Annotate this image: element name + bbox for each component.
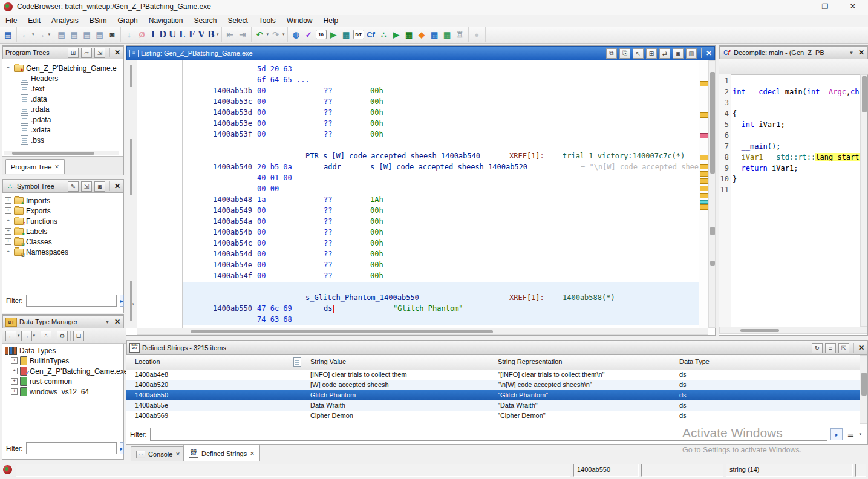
expander-icon[interactable]: + — [5, 249, 11, 255]
decompile-vscrollbar[interactable] — [860, 74, 867, 327]
decompile-line[interactable] — [733, 186, 860, 197]
navigation-marker[interactable] — [700, 193, 709, 198]
symbol-tree-item-exports[interactable]: +Exports — [5, 206, 68, 216]
expander-icon[interactable]: + — [5, 228, 11, 235]
listing-copy-icon[interactable]: ⧉ — [606, 48, 617, 59]
patch-icon-4[interactable]: ▤ — [94, 29, 105, 41]
dtm-collapse-icon[interactable]: ⊟ — [73, 331, 84, 341]
navigation-marker[interactable] — [700, 204, 709, 210]
letter-i-icon[interactable]: I — [149, 29, 157, 41]
listing-line[interactable] — [183, 140, 700, 151]
listing-line[interactable]: 1400ab54020 b5 0aaddrs_[W]_code_accepted… — [183, 162, 700, 173]
binary-format-icon[interactable]: 10 — [316, 30, 327, 39]
menu-analysis[interactable]: Analysis — [46, 15, 84, 25]
navigation-marker[interactable] — [700, 164, 709, 169]
table-go-icon[interactable]: ▦ — [442, 29, 453, 41]
table-row[interactable]: 1400ab569Cipher Demon"Cipher Demon"ds — [126, 411, 860, 421]
program-tree-hscrollbar[interactable] — [4, 151, 119, 155]
listing-display-options-icon[interactable]: ▥ — [686, 48, 697, 59]
listing-content[interactable]: 5d 20 636f 64 65 ...1400ab53b00??00h1400… — [182, 60, 700, 328]
listing-line[interactable]: PTR_s_[W]_code_accepted_sheesh_1400ab540… — [183, 151, 700, 162]
menu-graph[interactable]: Graph — [112, 15, 143, 25]
listing-diff-icon[interactable]: ⇄ — [659, 48, 670, 59]
letter-d-icon[interactable]: D — [158, 29, 167, 41]
print-tree-icon[interactable]: ♖ — [454, 29, 466, 41]
symbol-tree-item-labels[interactable]: +●Labels — [5, 226, 68, 236]
symbol-tree-filter-input[interactable] — [26, 295, 117, 307]
undo-icon[interactable]: ↶ — [254, 29, 266, 41]
memory-chip-icon[interactable]: ▦ — [403, 29, 415, 41]
symbol-tree-item-classes[interactable]: +CClasses — [5, 236, 68, 247]
listing-line[interactable]: 1400ab54d00??00h — [183, 249, 700, 260]
letter-f-icon[interactable]: F — [188, 29, 196, 41]
symbol-tree-camera-icon[interactable]: ◙ — [94, 181, 105, 192]
expander-icon[interactable]: − — [5, 65, 11, 71]
expander-icon[interactable]: + — [11, 378, 18, 385]
listing-cursor-location-icon[interactable]: ↖ — [633, 48, 644, 59]
data-type-manager-header[interactable]: DT Data Type Manager ▼ ✕ — [2, 315, 123, 328]
dtm-forward-icon[interactable]: → — [21, 331, 32, 341]
tree-item-Headers[interactable]: Headers — [5, 73, 117, 83]
navigation-marker[interactable] — [700, 155, 709, 160]
forward-dropdown[interactable]: ▾ — [48, 32, 51, 37]
letter-b-icon[interactable]: B — [207, 29, 215, 41]
menu-edit[interactable]: Edit — [22, 15, 46, 25]
tree-item-bss[interactable]: .bss — [5, 135, 117, 145]
listing-line[interactable]: 1400ab54a00??00h — [183, 217, 700, 227]
menu-bsim[interactable]: BSim — [84, 15, 113, 25]
menu-file[interactable]: File — [0, 15, 22, 25]
close-button[interactable]: ✕ — [839, 0, 867, 15]
strings-filter-input[interactable] — [150, 428, 828, 441]
decompile-line[interactable]: return iVar1; — [733, 164, 860, 175]
decompile-line[interactable] — [733, 77, 860, 88]
menu-window[interactable]: Window — [281, 15, 318, 25]
tree-item-pdata[interactable]: .pdata — [5, 114, 117, 125]
tree-item-text[interactable]: .text — [5, 83, 117, 94]
filter-options-dropdown[interactable]: ▾ — [859, 432, 861, 437]
letter-u-icon[interactable]: U — [168, 29, 177, 41]
close-icon[interactable]: ✕ — [858, 48, 864, 57]
defined-strings-close-icon[interactable]: ✕ — [858, 344, 864, 352]
decompile-line[interactable]: int iVar1; — [733, 120, 860, 131]
back-icon[interactable]: ← — [19, 29, 31, 41]
dtm-forward-icon-dropdown[interactable]: ▾ — [33, 333, 36, 338]
listing-line[interactable]: 1400ab54e00??00h — [183, 260, 700, 271]
play-icon[interactable]: ▶ — [391, 29, 402, 41]
decompile-header[interactable]: Cf Decompile: main - (Gen_Z_PBatc... ▼ ✕ — [719, 46, 867, 59]
table-row[interactable]: 1400ab55eData Wraith"Data Wraith"ds — [126, 400, 860, 411]
filter-options-icon[interactable]: ⚌ — [846, 430, 855, 439]
navigation-marker[interactable] — [700, 133, 709, 138]
strings-table-header[interactable]: LocationString ValueString Representatio… — [126, 355, 860, 370]
listing-line[interactable]: 6f 64 65 ... — [183, 75, 700, 86]
table-row[interactable]: 1400ab4e8[INFO] clear trials to collect … — [126, 370, 860, 380]
patch-icon-3[interactable]: ▤ — [81, 29, 93, 41]
listing-line[interactable]: 1400ab54900??00h — [183, 206, 700, 217]
listing-line[interactable]: 1400ab53f00??00h — [183, 129, 700, 140]
column-header-string-value[interactable]: String Value — [310, 358, 346, 365]
export-icon[interactable]: ▶ — [328, 29, 339, 41]
defined-strings-options-list-icon[interactable]: ≡ — [825, 343, 836, 353]
tree-item-data[interactable]: .data — [5, 94, 117, 104]
listing-paste-icon[interactable]: ⎘ — [619, 48, 630, 59]
listing-line[interactable]: 1400ab53e00??00h — [183, 119, 700, 129]
decompile-line[interactable]: { — [733, 109, 860, 120]
restore-button[interactable]: ❐ — [811, 0, 839, 15]
forward-icon[interactable]: → — [36, 29, 47, 41]
table-row[interactable]: 1400ab520[W] code accepted sheesh"\n[W] … — [126, 380, 860, 390]
listing-line[interactable]: 1400ab54f00??00h — [183, 271, 700, 282]
expander-icon[interactable]: + — [5, 238, 11, 245]
listing-fields-icon[interactable]: ⊞ — [646, 48, 657, 59]
strings-filter-icon[interactable]: ▸ — [830, 428, 843, 440]
listing-camera-icon[interactable]: ◙ — [673, 48, 684, 59]
dtm-item-gen-z-p-batching-game-exe[interactable]: +✓Gen_Z_P'Batching_Game.exe — [5, 366, 128, 376]
decompile-line[interactable] — [733, 99, 860, 109]
letter-v-icon[interactable]: V — [197, 29, 206, 41]
listing-line[interactable]: 1400ab54c00??00h — [183, 238, 700, 249]
dtm-filter-icon[interactable]: ▸ — [120, 442, 124, 454]
dtm-item-rust-common[interactable]: +rust-common — [5, 376, 128, 386]
listing-line[interactable]: 5d 20 63 — [183, 64, 700, 75]
tab-close-icon[interactable]: ✕ — [54, 164, 59, 170]
navigation-marker[interactable] — [700, 171, 709, 177]
symbol-tree-item-imports[interactable]: +▲Imports — [5, 195, 68, 206]
tree-item-root[interactable]: −➤Gen_Z_P'Batching_Game.e — [5, 63, 117, 73]
